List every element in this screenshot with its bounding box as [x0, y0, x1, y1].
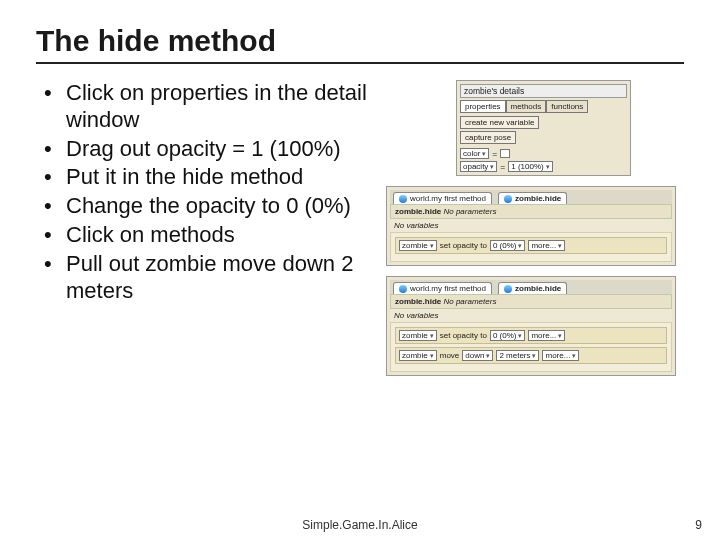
- footer-text: Simple.Game.In.Alice: [0, 518, 720, 532]
- stmt-value[interactable]: 0 (0%): [490, 240, 526, 251]
- tab-properties[interactable]: properties: [460, 100, 506, 113]
- details-header: zombie's details: [460, 84, 627, 98]
- set-opacity-statement[interactable]: zombie set opacity to 0 (0%) more...: [395, 237, 667, 254]
- method-vars: No variables: [390, 219, 672, 232]
- tab-world-label: world.my first method: [410, 194, 486, 203]
- tab-methods[interactable]: methods: [506, 100, 547, 113]
- stmt-object[interactable]: zombie: [399, 350, 437, 361]
- tab-hide-label: zombie.hide: [515, 284, 561, 293]
- set-opacity-statement[interactable]: zombie set opacity to 0 (0%) more...: [395, 327, 667, 344]
- stmt-more[interactable]: more...: [542, 350, 579, 361]
- world-icon: [399, 285, 407, 293]
- opacity-property-row[interactable]: opacity = 1 (100%): [460, 161, 627, 172]
- details-panel: zombie's details properties methods func…: [456, 80, 631, 176]
- method-vars: No variables: [390, 309, 672, 322]
- equals-label: =: [492, 149, 497, 159]
- details-tabs: properties methods functions: [460, 100, 627, 113]
- create-variable-button[interactable]: create new variable: [460, 116, 539, 129]
- figures-column: zombie's details properties methods func…: [386, 80, 700, 376]
- list-item: Put it in the hide method: [44, 164, 374, 191]
- list-item: Change the opacity to 0 (0%): [44, 193, 374, 220]
- method-header: zombie.hide No parameters: [390, 294, 672, 309]
- list-item: Click on methods: [44, 222, 374, 249]
- opacity-value[interactable]: 1 (100%): [508, 161, 552, 172]
- stmt-more[interactable]: more...: [528, 330, 565, 341]
- color-label: color: [460, 148, 489, 159]
- tab-zombie-hide[interactable]: zombie.hide: [498, 192, 567, 204]
- move-statement[interactable]: zombie move down 2 meters more...: [395, 347, 667, 364]
- page-number: 9: [695, 518, 702, 532]
- tab-world-method[interactable]: world.my first method: [393, 192, 492, 204]
- color-property-row[interactable]: color =: [460, 148, 627, 159]
- method-name: zombie.hide: [395, 297, 441, 306]
- stmt-more[interactable]: more...: [528, 240, 565, 251]
- world-icon: [399, 195, 407, 203]
- method-body: zombie set opacity to 0 (0%) more... zom…: [390, 322, 672, 372]
- list-item: Pull out zombie move down 2 meters: [44, 251, 374, 305]
- world-icon: [504, 285, 512, 293]
- stmt-action: move: [440, 351, 460, 360]
- capture-pose-button[interactable]: capture pose: [460, 131, 516, 144]
- method-editor-a: world.my first method zombie.hide zombie…: [386, 186, 676, 266]
- page-title: The hide method: [36, 24, 684, 64]
- stmt-object[interactable]: zombie: [399, 240, 437, 251]
- method-header: zombie.hide No parameters: [390, 204, 672, 219]
- method-params: No parameters: [443, 207, 496, 216]
- stmt-amount[interactable]: 2 meters: [496, 350, 539, 361]
- tab-world-label: world.my first method: [410, 284, 486, 293]
- world-icon: [504, 195, 512, 203]
- tab-zombie-hide[interactable]: zombie.hide: [498, 282, 567, 294]
- stmt-direction[interactable]: down: [462, 350, 493, 361]
- stmt-action: set opacity to: [440, 331, 487, 340]
- tab-hide-label: zombie.hide: [515, 194, 561, 203]
- equals-label: =: [500, 162, 505, 172]
- tab-functions[interactable]: functions: [546, 100, 588, 113]
- method-name: zombie.hide: [395, 207, 441, 216]
- method-editor-b: world.my first method zombie.hide zombie…: [386, 276, 676, 376]
- stmt-action: set opacity to: [440, 241, 487, 250]
- color-swatch[interactable]: [500, 149, 510, 158]
- method-body: zombie set opacity to 0 (0%) more...: [390, 232, 672, 262]
- method-params: No parameters: [443, 297, 496, 306]
- stmt-object[interactable]: zombie: [399, 330, 437, 341]
- opacity-label: opacity: [460, 161, 497, 172]
- bullet-list: Click on properties in the detail window…: [44, 80, 374, 376]
- tab-world-method[interactable]: world.my first method: [393, 282, 492, 294]
- list-item: Click on properties in the detail window: [44, 80, 374, 134]
- list-item: Drag out opacity = 1 (100%): [44, 136, 374, 163]
- stmt-value[interactable]: 0 (0%): [490, 330, 526, 341]
